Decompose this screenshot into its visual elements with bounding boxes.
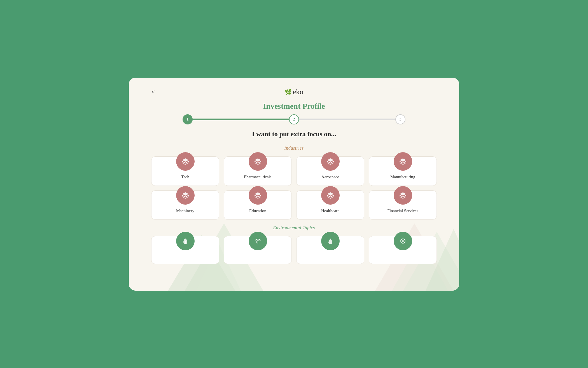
environmental-grid (151, 236, 437, 264)
plant-icon (253, 236, 263, 246)
progress-track: 1 2 3 (188, 119, 400, 120)
layers-icon-manufacturing (398, 157, 408, 166)
machinery-icon-circle (176, 186, 195, 205)
logo: 🌿 eko (285, 88, 304, 96)
industry-card-education[interactable]: Education (224, 190, 292, 220)
env-icon-2 (249, 232, 267, 250)
layers-icon-machinery (181, 191, 190, 200)
question-text: I want to put extra focus on... (151, 130, 437, 138)
header: < 🌿 eko (151, 88, 437, 96)
logo-leaf-icon: 🌿 (285, 89, 292, 95)
env-card-1[interactable] (151, 236, 219, 264)
env-icon-4 (394, 232, 412, 250)
layers-icon-pharma (253, 157, 263, 166)
machinery-label: Machinery (176, 209, 194, 213)
financial-services-label: Financial Services (387, 209, 418, 213)
tech-icon-circle (176, 152, 195, 171)
industry-card-tech[interactable]: Tech (151, 156, 219, 186)
industry-card-healthcare[interactable]: Healthcare (296, 190, 364, 220)
tech-label: Tech (181, 175, 189, 179)
env-card-3[interactable] (296, 236, 364, 264)
industry-card-pharmaceuticals[interactable]: Pharmaceuticals (224, 156, 292, 186)
env-card-2[interactable] (224, 236, 292, 264)
healthcare-label: Healthcare (321, 209, 339, 213)
industries-grid: Tech Pharmaceuticals Aeros (151, 156, 437, 220)
manufacturing-icon-circle (394, 152, 412, 171)
pharmaceuticals-icon-circle (249, 152, 267, 171)
energy-icon (398, 236, 408, 246)
layers-icon-aerospace (326, 157, 335, 166)
logo-text: eko (293, 88, 304, 96)
step-2-dot[interactable]: 2 (289, 114, 299, 124)
education-icon-circle (249, 186, 267, 205)
education-label: Education (249, 209, 266, 213)
progress-fill (188, 119, 294, 120)
healthcare-icon-circle (321, 186, 340, 205)
layers-icon-education (253, 191, 263, 200)
layers-icon-financial (398, 191, 408, 200)
industry-card-machinery[interactable]: Machinery (151, 190, 219, 220)
progress-bar-container: 1 2 3 (151, 119, 437, 120)
leaf-icon (181, 236, 190, 246)
aerospace-label: Aerospace (321, 175, 339, 179)
env-icon-3 (321, 232, 340, 250)
step-1-dot[interactable]: 1 (183, 114, 193, 124)
water-icon (326, 236, 335, 246)
layers-icon-healthcare (326, 191, 335, 200)
step-3-dot[interactable]: 3 (395, 114, 405, 124)
financial-services-icon-circle (394, 186, 412, 205)
aerospace-icon-circle (321, 152, 340, 171)
page-title: Investment Profile (151, 102, 437, 111)
env-card-4[interactable] (369, 236, 437, 264)
env-icon-1 (176, 232, 195, 250)
layers-icon (181, 157, 190, 166)
industries-section-label: Industries (151, 146, 437, 151)
pharmaceuticals-label: Pharmaceuticals (244, 175, 271, 179)
svg-point-10 (402, 240, 404, 242)
industry-card-financial-services[interactable]: Financial Services (369, 190, 437, 220)
manufacturing-label: Manufacturing (390, 175, 415, 179)
back-button[interactable]: < (151, 88, 155, 96)
main-card: < 🌿 eko Investment Profile 1 2 3 I want … (129, 78, 459, 291)
industry-card-manufacturing[interactable]: Manufacturing (369, 156, 437, 186)
industry-card-aerospace[interactable]: Aerospace (296, 156, 364, 186)
